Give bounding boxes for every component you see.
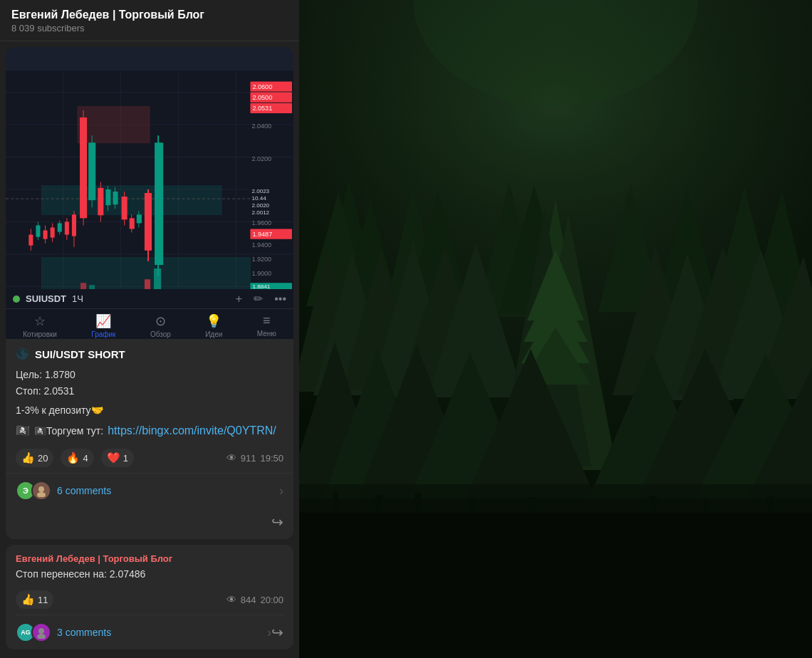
post-card-2: Евгений Лебедев | Торговый Блог Стоп пер… (6, 545, 293, 649)
share-area-2: ↪ (271, 624, 283, 641)
svg-text:2.0200: 2.0200 (251, 155, 271, 162)
thumbsup-count-2: 11 (38, 595, 48, 605)
svg-text:2.0500: 2.0500 (252, 94, 272, 101)
avatar-2 (31, 481, 51, 501)
post-views-1: 911 (241, 453, 256, 464)
left-panel: Евгений Лебедев | Торговый Блог 8 039 su… (0, 0, 299, 658)
thumbsup-emoji: 👍 (21, 451, 35, 464)
eye-icon-2: 👁 (227, 594, 236, 605)
reaction-thumbsup-2[interactable]: 👍 11 (16, 590, 53, 609)
post-views-2: 844 (241, 595, 256, 605)
post-meta-2: 👁 844 20:00 (227, 594, 283, 605)
nav-chart-label: График (91, 330, 115, 338)
post-content-1: 🌑 SUI/USDT SHORT Цель: 1.8780 Стоп: 2.05… (6, 339, 293, 443)
chart-symbol-label: SUIUSDT (26, 293, 66, 304)
svg-text:1.9400: 1.9400 (251, 241, 271, 249)
nav-ideas-label: Идеи (205, 330, 222, 338)
chart-nav: ☆ Котировки 📈 График ⊙ Обзор 💡 Идеи (6, 309, 293, 339)
trading-prefix: 🏴‍☠️Торгуем тут: (34, 425, 103, 437)
svg-text:2.0023: 2.0023 (251, 188, 269, 194)
trading-link[interactable]: https://bingx.com/invite/Q0YTRN/ (108, 424, 276, 437)
avatar-4 (31, 622, 51, 642)
svg-rect-152 (299, 484, 812, 513)
svg-point-98 (37, 492, 46, 497)
chart-icon-nav: 📈 (95, 313, 111, 329)
svg-text:1.9600: 1.9600 (251, 219, 271, 226)
reaction-fire[interactable]: 🔥 4 (61, 449, 93, 467)
svg-rect-23 (51, 227, 55, 237)
post-reactions-1: 👍 20 🔥 4 ❤️ 1 👁 911 19:50 (6, 443, 293, 473)
comments-count-2: 3 comments (57, 627, 267, 638)
chart-symbol-bar: SUIUSDT 1Ч + ✏ ••• (6, 289, 293, 309)
comments-count-1: 6 comments (57, 485, 279, 496)
post-body-2: Стоп перенесен на: 2.07486 (16, 567, 283, 582)
post-card-1: 2.0600 2.0500 2.0531 2.0400 2.0200 2.002… (6, 47, 293, 539)
share-icon-2[interactable]: ↪ (271, 624, 283, 641)
svg-text:10.44: 10.44 (251, 195, 266, 202)
svg-text:2.0600: 2.0600 (252, 83, 272, 90)
svg-point-100 (37, 634, 46, 639)
nav-overview-label: Обзор (150, 330, 171, 338)
fire-count: 4 (83, 453, 88, 464)
chart-timeframe: 1Ч (72, 293, 83, 304)
reaction-heart[interactable]: ❤️ 1 (101, 449, 134, 467)
post-time-2: 20:00 (260, 595, 283, 605)
overview-icon: ⊙ (155, 313, 166, 329)
nav-ideas[interactable]: 💡 Идеи (205, 313, 222, 338)
chart-container: 2.0600 2.0500 2.0531 2.0400 2.0200 2.002… (6, 47, 293, 339)
svg-rect-17 (28, 235, 33, 246)
svg-rect-47 (145, 193, 152, 251)
nav-chart[interactable]: 📈 График (91, 313, 115, 338)
svg-rect-21 (43, 231, 48, 239)
svg-text:2.0400: 2.0400 (251, 122, 271, 130)
svg-point-99 (38, 628, 44, 634)
globe-icon: 🌑 (16, 348, 29, 360)
svg-text:2.0012: 2.0012 (251, 209, 269, 216)
svg-rect-35 (98, 188, 103, 215)
plus-icon[interactable]: + (236, 293, 242, 306)
svg-rect-45 (137, 214, 142, 223)
post-trading-line: 🏴‍☠️ 🏴‍☠️Торгуем тут: https://bingx.com/… (16, 424, 283, 437)
thumbsup-emoji-2: 👍 (21, 593, 35, 606)
ideas-icon: 💡 (206, 313, 222, 329)
svg-rect-31 (80, 118, 87, 218)
nav-overview[interactable]: ⊙ Обзор (150, 313, 171, 338)
post-title-1: 🌑 SUI/USDT SHORT (16, 348, 283, 360)
svg-rect-19 (36, 225, 40, 236)
avatar-stack-1: Э (16, 481, 47, 501)
avatar-stack-2: AG (16, 622, 47, 642)
svg-rect-25 (58, 223, 62, 231)
post-author-2: Евгений Лебедев | Торговый Блог (16, 553, 283, 564)
nav-quotes[interactable]: ☆ Котировки (23, 313, 57, 338)
eye-icon-1: 👁 (227, 452, 236, 464)
chevron-right-icon-1: › (279, 484, 283, 498)
svg-rect-27 (65, 221, 69, 234)
nav-menu[interactable]: ≡ Меню (257, 313, 276, 338)
post-body-1: Цель: 1.8780 Стоп: 2.0531 1-3% к депозит… (16, 367, 283, 418)
heart-count: 1 (123, 453, 128, 464)
chart-toolbar: SUIUSDT 1Ч + ✏ ••• ☆ Котировки 📈 (6, 289, 293, 339)
more-icon[interactable]: ••• (274, 293, 286, 306)
svg-rect-43 (130, 218, 135, 229)
nav-menu-label: Меню (257, 330, 276, 338)
pencil-icon[interactable]: ✏ (254, 292, 263, 306)
svg-text:2.0531: 2.0531 (252, 105, 272, 112)
comments-bar-1[interactable]: Э 6 comments › (6, 473, 293, 508)
chart-symbol-dot (13, 296, 20, 303)
thumbsup-count: 20 (38, 453, 48, 464)
post-risk: 1-3% к депозиту🤝 (16, 403, 283, 418)
post-stop: Стоп: 2.0531 (16, 384, 283, 399)
comments-bar-2[interactable]: AG 3 comments › ↪ (16, 615, 283, 649)
reaction-thumbsup[interactable]: 👍 20 (16, 449, 53, 467)
post-meta-1: 👁 911 19:50 (227, 452, 283, 464)
heart-emoji: ❤️ (107, 451, 120, 464)
svg-rect-12 (78, 107, 150, 143)
svg-rect-41 (122, 197, 127, 219)
channel-header: Евгений Лебедев | Торговый Блог 8 039 su… (0, 0, 299, 41)
nav-quotes-label: Котировки (23, 330, 57, 338)
chart-toolbar-icons: + ✏ ••• (236, 292, 286, 306)
flag-icon: 🏴‍☠️ (16, 424, 30, 437)
svg-point-97 (38, 486, 44, 492)
share-icon-1[interactable]: ↪ (271, 513, 283, 531)
channel-subscribers: 8 039 subscribers (11, 23, 288, 33)
